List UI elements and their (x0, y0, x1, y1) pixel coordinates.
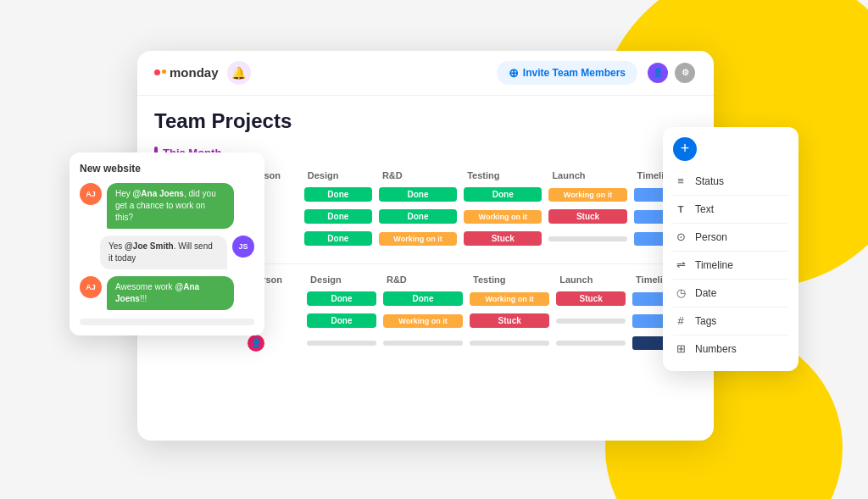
status-pill (556, 319, 626, 324)
mention: @Ana Joens (133, 189, 184, 198)
mention: @Ana Joens (115, 282, 199, 303)
picker-label-person: Person (695, 231, 727, 243)
board-title: Team Projects (154, 109, 697, 133)
rd-cell: Working on it (376, 228, 460, 250)
picker-divider (673, 195, 788, 196)
user-avatar-1[interactable]: 👤 (646, 61, 670, 85)
date-icon: ◷ (673, 286, 688, 301)
picker-divider (673, 251, 788, 252)
header-right: ⊕ Invite Team Members 👤 ⚙ (497, 61, 697, 85)
status-pill: Done (383, 291, 463, 306)
picker-item-timeline[interactable]: ⇌ Timeline (673, 253, 788, 277)
status-pill: Stuck (464, 231, 542, 246)
bell-icon: 🔔 (231, 66, 246, 80)
status-pill: Done (307, 313, 376, 328)
chat-message-3: AJ Awesome work @Ana Joens!!! (80, 276, 254, 310)
plus-icon: ⊕ (509, 66, 519, 80)
col-testing: Testing (460, 167, 545, 184)
design-cell: Done (301, 184, 376, 206)
user-avatar-2[interactable]: ⚙ (673, 61, 697, 85)
person-avatar: 👤 (248, 335, 264, 352)
status-pill: Done (464, 187, 542, 202)
testing-cell: Stuck (466, 310, 553, 332)
status-pill: Done (304, 209, 372, 224)
col-design: Design (301, 167, 376, 184)
avatar-group: 👤 ⚙ (646, 61, 697, 85)
chat-input-placeholder (80, 319, 254, 325)
settings-icon: ⚙ (682, 68, 689, 77)
rd-cell: Done (376, 206, 460, 228)
testing-cell: Done (460, 184, 545, 206)
picker-item-tags[interactable]: # Tags (673, 309, 788, 333)
status-pill: Working on it (548, 188, 626, 202)
logo-area: monday 🔔 (154, 61, 251, 85)
testing-cell: Working on it (466, 288, 553, 310)
message-bubble-3: Awesome work @Ana Joens!!! (107, 276, 234, 310)
status-pill: Stuck (548, 209, 626, 224)
design-cell: Done (303, 288, 380, 310)
testing-cell (466, 332, 553, 354)
rd-cell (380, 332, 466, 354)
picker-label-status: Status (695, 175, 724, 187)
column-picker-card: + ≡ Status T Text ⊙ Person ⇌ Timeline ◷ … (663, 127, 798, 371)
monday-logo: monday (154, 65, 219, 80)
status-pill: Working on it (470, 292, 549, 306)
text-icon: T (673, 202, 688, 217)
sender-avatar-3: AJ (80, 276, 102, 298)
rd-cell: Done (376, 184, 460, 206)
sender-avatar-1: AJ (80, 183, 102, 205)
status-pill: Done (307, 291, 376, 306)
status-pill (307, 341, 376, 346)
invite-team-button[interactable]: ⊕ Invite Team Members (497, 61, 637, 85)
status-pill (470, 341, 549, 346)
picker-item-status[interactable]: ≡ Status (673, 169, 788, 193)
add-column-button[interactable]: + (673, 137, 697, 161)
notification-icon[interactable]: 🔔 (227, 61, 251, 85)
timeline-icon: ⇌ (673, 258, 688, 273)
plus-icon: + (681, 140, 690, 158)
invite-btn-label: Invite Team Members (523, 67, 626, 79)
col-testing2: Testing (466, 271, 553, 288)
picker-label-text: Text (695, 203, 714, 215)
picker-label-tags: Tags (695, 315, 716, 327)
picker-item-numbers[interactable]: ⊞ Numbers (673, 337, 788, 361)
col-launch2: Launch (553, 271, 629, 288)
status-pill: Stuck (470, 313, 549, 328)
status-pill: Done (304, 187, 372, 202)
status-icon: ≡ (673, 174, 688, 189)
chat-message-1: AJ Hey @Ana Joens, did you get a chance … (80, 183, 254, 229)
status-pill: Working on it (379, 232, 457, 246)
picker-item-date[interactable]: ◷ Date (673, 281, 788, 305)
launch-cell: Working on it (545, 184, 630, 206)
design-cell: Done (303, 310, 380, 332)
avatar-icon: 👤 (653, 68, 663, 77)
launch-cell: Stuck (553, 288, 629, 310)
picker-label-timeline: Timeline (695, 259, 733, 271)
col-launch: Launch (545, 167, 630, 184)
picker-item-text[interactable]: T Text (673, 197, 788, 221)
message-bubble-2: Yes @Joe Smith. Will send it today (100, 236, 227, 269)
launch-cell: Stuck (545, 206, 630, 228)
picker-divider (673, 279, 788, 280)
status-pill (383, 341, 463, 346)
col-rd: R&D (376, 167, 460, 184)
launch-cell (553, 332, 629, 354)
rd-cell: Done (380, 288, 466, 310)
chat-message-2: JS Yes @Joe Smith. Will send it today (80, 236, 254, 269)
status-pill: Stuck (556, 291, 626, 306)
testing-cell: Working on it (460, 206, 545, 228)
chat-messages: AJ Hey @Ana Joens, did you get a chance … (80, 183, 254, 310)
message-bubble-1: Hey @Ana Joens, did you get a chance to … (107, 183, 234, 229)
picker-divider (673, 335, 788, 335)
status-pill: Done (304, 231, 372, 246)
rd-cell: Working on it (380, 310, 466, 332)
picker-divider (673, 223, 788, 224)
col-rd2: R&D (380, 271, 466, 288)
scene: monday 🔔 ⊕ Invite Team Members 👤 ⚙ (70, 25, 798, 474)
picker-divider (673, 307, 788, 308)
status-pill: Done (379, 209, 457, 224)
col-design2: Design (303, 271, 380, 288)
mention: @Joe Smith (125, 241, 174, 251)
picker-item-person[interactable]: ⊙ Person (673, 225, 788, 249)
design-cell: Done (301, 228, 376, 250)
